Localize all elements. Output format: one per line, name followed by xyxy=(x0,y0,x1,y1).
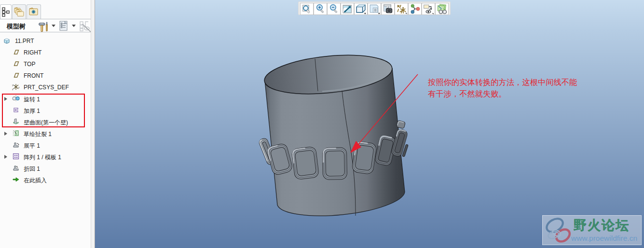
svg-text:x: x xyxy=(18,86,20,89)
svg-text:y: y xyxy=(12,83,14,86)
svg-text:z: z xyxy=(12,88,14,91)
